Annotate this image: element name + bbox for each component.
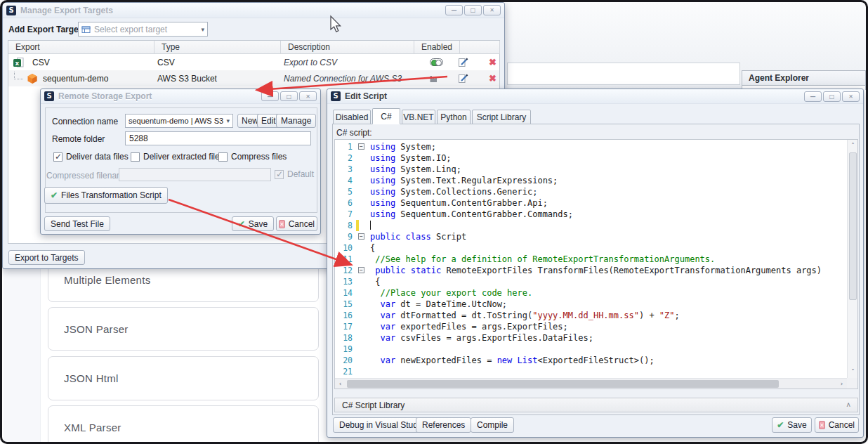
close-button[interactable]: ✕ [483,5,501,15]
scroll-right-icon[interactable]: › [836,379,847,389]
code-line[interactable]: 13 { [335,276,847,287]
column-header-enabled[interactable]: Enabled [414,41,460,54]
code-line[interactable]: 20 var newExportedFiles = new List<Expor… [335,355,847,366]
maximize-button[interactable]: □ [823,91,841,102]
minimize-button[interactable]: — [804,91,822,102]
vertical-scroll-thumb[interactable] [849,152,857,300]
table-row-sequentum-demo[interactable]: sequentum-demo AWS S3 Bucket Named Conne… [8,70,499,86]
deliver-data-files-checkbox[interactable]: Deliver data files [53,152,129,162]
references-button[interactable]: References [416,417,471,433]
connection-name-dropdown[interactable]: sequentum-demo | AWS S3 ▾ [125,114,233,128]
tab-csharp[interactable]: C# [372,108,400,124]
fold-collapse-icon[interactable]: − [358,233,364,240]
save-button[interactable]: ✔ Save [772,417,812,433]
code-line[interactable]: 14 //Place your export code here. [335,287,847,299]
export-name: CSV [32,58,50,67]
remote-storage-export-dialog: S Remote Storage Export — □ ✕ Connection… [40,89,321,235]
column-header-type[interactable]: Type [154,41,281,54]
export-description: Export to CSV [284,58,337,67]
list-item-json-parser[interactable]: JSON Parser [48,307,319,351]
code-line[interactable]: 15 var dt = DateTime.UtcNow; [335,299,847,310]
csharp-script-library-bar[interactable]: C# Script Library ˄ [334,398,858,412]
code-editor[interactable]: 1−using System;2using System.IO;3using S… [334,139,858,389]
cancel-button[interactable]: ✕ Cancel [276,216,317,231]
tab-script-library[interactable]: Script Library [472,110,531,124]
checkbox-checked-disabled-icon [275,170,284,179]
code-line[interactable]: 12− public static RemoteExportFiles Tran… [335,265,847,276]
agent-explorer-panel-header[interactable]: Agent Explorer [742,70,866,86]
close-button[interactable]: ✕ [299,91,317,101]
tab-vbnet[interactable]: VB.NET [402,110,435,124]
code-line[interactable]: 7using Sequentum.ContentGrabber.Commands… [335,209,847,220]
code-line[interactable]: 16 var dtFormatted = dt.ToString("yyyy.M… [335,310,847,321]
vertical-scrollbar[interactable]: ˄ ˅ [847,140,857,378]
add-export-target-label: Add Export Target [8,25,81,34]
code-line[interactable]: 9−public class Script [335,231,847,242]
table-header: Export Type Description Enabled [8,41,499,54]
save-button[interactable]: ✔ Save [232,216,274,231]
cancel-button[interactable]: ✕ Cancel [815,417,859,433]
export-to-targets-button[interactable]: Export to Targets [8,250,85,265]
deliver-extracted-files-checkbox[interactable]: Deliver extracted files [131,152,224,162]
files-transformation-script-button[interactable]: ✔ Files Transformation Script [44,187,168,204]
column-header-export[interactable]: Export [8,41,154,54]
fold-collapse-icon[interactable]: − [358,143,364,150]
tab-python[interactable]: Python [437,110,471,124]
code-line[interactable]: 4using System.Text.RegularExpressions; [335,175,847,186]
card-label: XML Parser [64,422,121,433]
column-header-actions[interactable] [460,41,500,54]
scroll-left-icon[interactable]: ‹ [335,379,346,389]
send-test-file-button[interactable]: Send Test File [44,216,110,231]
compressed-filename-label: Compressed filename [46,171,129,181]
code-line[interactable]: 1−using System; [335,141,847,152]
code-line[interactable]: 2using System.IO; [335,152,847,164]
minimize-button[interactable]: — [261,91,279,101]
delete-export-icon[interactable]: ✖ [489,57,497,67]
chevron-down-icon: ▾ [201,26,204,33]
column-header-description[interactable]: Description [281,41,414,54]
horizontal-scroll-thumb[interactable] [347,380,779,388]
select-export-target-dropdown[interactable]: Select export target ▾ [78,22,208,37]
code-line[interactable]: 5using System.Collections.Generic; [335,186,847,197]
code-lines[interactable]: 1−using System;2using System.IO;3using S… [335,140,847,378]
code-line[interactable]: 3using System.Linq; [335,164,847,175]
code-line[interactable]: 8 [335,220,847,231]
code-line[interactable]: 6using Sequentum.ContentGrabber.Api; [335,197,847,209]
code-line[interactable]: 17 var exportedFiles = args.ExportFiles; [335,321,847,332]
list-item-xml-parser[interactable]: XML Parser [48,405,319,444]
remote-folder-input[interactable] [125,131,311,145]
edit-export-icon[interactable] [458,73,468,84]
export-type: AWS S3 Bucket [154,70,281,86]
compress-files-checkbox[interactable]: Compress files [218,152,287,162]
table-row-csv[interactable]: x CSV CSV Export to CSV ✖ [8,54,499,70]
code-line[interactable]: 19 [335,344,847,355]
edit-export-icon[interactable] [458,57,468,67]
code-line[interactable]: 11 //See help for a definition of Remote… [335,254,847,265]
chevron-down-icon: ▾ [226,117,230,124]
edit-script-window: S Edit Script — □ ✕ Disabled C# VB.NET P… [327,89,864,438]
list-item-json-html[interactable]: JSON Html [48,356,319,400]
scroll-down-icon[interactable]: ˅ [848,367,858,377]
compile-button[interactable]: Compile [471,417,514,433]
manage-titlebar: S Manage Export Targets [3,3,504,18]
maximize-button[interactable]: □ [464,5,482,15]
minimize-button[interactable]: — [445,5,463,15]
export-name: sequentum-demo [43,74,108,84]
tab-disabled[interactable]: Disabled [333,110,371,124]
card-label: JSON Html [64,372,119,384]
close-button[interactable]: ✕ [842,91,860,102]
chevron-up-icon: ˄ [846,401,850,409]
manage-connections-button[interactable]: Manage [276,114,316,128]
code-line[interactable]: 18 var csvFiles = args.ExportFiles.DataF… [335,332,847,344]
maximize-button[interactable]: □ [280,91,298,101]
script-label: C# script: [336,128,372,138]
scroll-up-icon[interactable]: ˄ [848,141,858,151]
background-panel [507,63,740,85]
horizontal-scrollbar[interactable]: ‹ › [335,378,847,388]
code-line[interactable]: 21 [335,366,847,377]
code-line[interactable]: 10{ [335,242,847,254]
fold-collapse-icon[interactable]: − [358,267,364,273]
svg-text:x: x [15,59,20,66]
delete-export-icon[interactable]: ✖ [489,73,497,84]
enabled-toggle[interactable] [430,58,443,66]
